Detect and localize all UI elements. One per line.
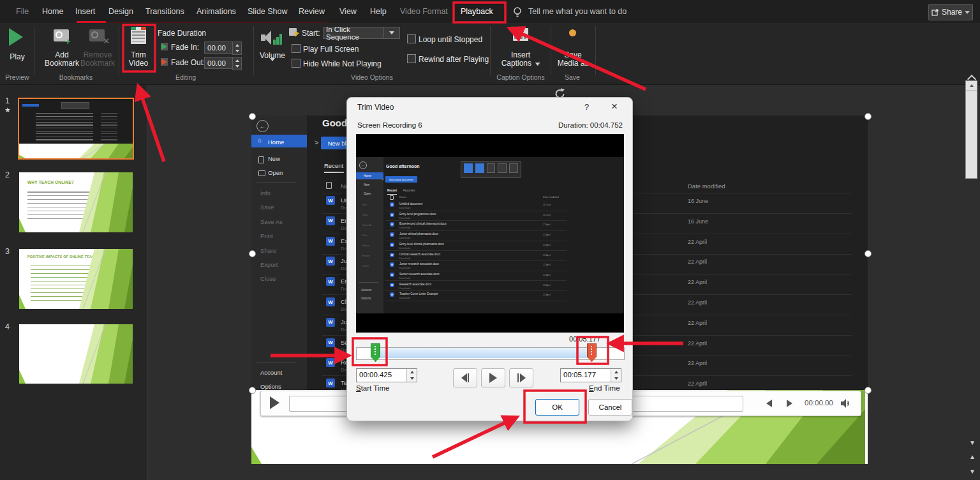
group-separator	[253, 26, 254, 75]
end-time-spinner[interactable]	[611, 369, 621, 382]
tell-me-box[interactable]: Tell me what you want to do	[528, 7, 627, 16]
ok-button[interactable]: OK	[535, 399, 579, 416]
group-separator	[34, 26, 34, 75]
resize-handle-bottom-left[interactable]	[249, 387, 256, 394]
end-time-field[interactable]: 00:05.177	[560, 368, 621, 382]
fade-in-spinner[interactable]	[232, 41, 242, 55]
preview-sidebar-close: Close	[362, 264, 369, 267]
resize-handle-top-left[interactable]	[249, 113, 256, 120]
menu-tab-insert[interactable]: Insert	[75, 7, 95, 16]
preview-sidebar-save-as: Save As	[362, 223, 372, 227]
word-file-icon: W	[326, 257, 335, 266]
slide-thumbnail-3[interactable]: POSITIVE IMPACTS OF ONLINE TEACHING	[19, 249, 133, 309]
fade-out-field[interactable]: 00.00	[204, 57, 235, 69]
slide-thumbnail-2[interactable]: WHY TEACH ONLINE?	[19, 172, 133, 232]
file-name: Junior research associate.docx	[399, 262, 439, 266]
vertical-scrollbar[interactable]	[965, 80, 977, 179]
save-media-line1: Save	[564, 50, 581, 59]
resize-handle-bottom-right[interactable]	[865, 387, 872, 394]
cancel-button[interactable]: Cancel	[588, 399, 632, 416]
resize-handle-middle-left[interactable]	[249, 250, 256, 257]
menu-tab-transitions[interactable]: Transitions	[145, 7, 184, 16]
group-label-bookmarks: Bookmarks	[59, 73, 93, 81]
group-separator	[490, 26, 491, 75]
previous-frame-button[interactable]	[453, 368, 477, 387]
menu-tab-design[interactable]: Design	[108, 7, 133, 16]
fade-in-field[interactable]: 00.00	[204, 41, 235, 54]
select-area-icon	[487, 163, 496, 173]
previous-slide-button[interactable]: ▲	[969, 453, 976, 460]
add-bookmark-button[interactable]: +	[54, 29, 69, 41]
player-move-forward-button[interactable]	[787, 398, 796, 407]
file-date: 22 April	[688, 320, 707, 326]
sidebar-divider	[256, 363, 296, 363]
insert-captions-button[interactable]: +	[513, 28, 528, 41]
insert-captions-icon: +	[513, 28, 528, 41]
file-location: Downloads	[399, 267, 410, 269]
menu-tab-video-format[interactable]: Video Format	[400, 7, 448, 16]
start-time-field[interactable]: 00:00.425	[356, 368, 417, 382]
next-slide-button[interactable]: ▼	[969, 468, 976, 475]
save-media-as-button[interactable]	[569, 29, 576, 36]
breadcrumb-chevron: >	[315, 139, 318, 146]
preview-breadcrumb-chevron: >	[382, 177, 384, 181]
loop-until-stopped-label: Loop until Stopped	[419, 35, 482, 44]
slide-thumbnail-4[interactable]	[19, 324, 133, 384]
share-button[interactable]: Share	[928, 4, 973, 20]
menu-tab-help[interactable]: Help	[370, 7, 387, 16]
dialog-media-name: Screen Recording 6	[357, 121, 422, 129]
group-label-save: Save	[565, 73, 580, 81]
play-preview-button[interactable]	[9, 28, 23, 46]
dialog-close-button[interactable]: ×	[611, 100, 618, 113]
menu-tab-file[interactable]: File	[16, 7, 29, 16]
play-full-screen-checkbox[interactable]	[292, 44, 301, 53]
menu-tab-animations[interactable]: Animations	[197, 7, 236, 16]
row-separator	[385, 290, 567, 291]
group-separator	[595, 26, 596, 75]
start-time-label: Start Time	[356, 384, 389, 392]
slide-thumbnail-1[interactable]	[19, 99, 133, 158]
menu-tab-home[interactable]: Home	[42, 7, 63, 16]
word-file-icon: W	[390, 262, 394, 267]
menu-tab-review[interactable]: Review	[299, 7, 325, 16]
video-word-col-date: Date modified	[688, 183, 725, 190]
scroll-up-icon[interactable]	[966, 81, 977, 91]
rewind-after-playing-checkbox[interactable]	[407, 54, 416, 63]
menu-tab-slide-show[interactable]: Slide Show	[248, 7, 288, 16]
filter-slides-icon[interactable]: ▼	[969, 439, 976, 446]
file-location: Downloads	[399, 237, 410, 239]
play-button[interactable]	[481, 368, 505, 387]
file-date: 16 June	[688, 218, 708, 225]
row-separator	[385, 271, 567, 271]
fade-out-spinner[interactable]	[232, 57, 242, 70]
dialog-help-button[interactable]: ?	[584, 102, 589, 112]
file-name: Clinical research associate.docx	[399, 253, 440, 256]
start-time-spinner[interactable]	[406, 369, 417, 382]
row-separator	[385, 241, 567, 241]
loop-until-stopped-checkbox[interactable]	[407, 34, 416, 43]
player-play-button[interactable]	[270, 396, 279, 409]
menu-tab-view[interactable]: View	[339, 7, 357, 16]
rewind-after-playing-label: Rewind after Playing	[419, 55, 489, 64]
start-dropdown[interactable]: In Click Sequence	[323, 27, 385, 39]
word-file-icon: W	[326, 379, 335, 387]
start-dropdown-arrow[interactable]	[383, 27, 400, 39]
trim-video-button[interactable]	[131, 27, 146, 44]
hide-while-not-playing-checkbox[interactable]	[292, 59, 301, 68]
trim-selected-region	[374, 348, 593, 358]
document-icon	[390, 195, 394, 200]
player-volume-icon[interactable]	[840, 398, 853, 409]
player-move-back-button[interactable]	[766, 398, 775, 407]
file-date: 22 April	[543, 234, 551, 236]
resize-handle-middle-right[interactable]	[865, 250, 872, 257]
sidebar-item-save-as: Save As	[260, 218, 283, 225]
next-frame-button[interactable]	[509, 368, 533, 387]
row-separator	[385, 260, 567, 261]
resize-handle-top-right[interactable]	[865, 113, 872, 120]
volume-button[interactable]	[261, 29, 283, 46]
menu-tab-playback[interactable]: Playback	[461, 7, 493, 16]
insert-captions-line1: Insert	[511, 50, 530, 59]
end-time-label: End Time	[589, 384, 620, 392]
file-location: Downloads	[399, 287, 410, 290]
word-file-icon: W	[326, 338, 335, 347]
